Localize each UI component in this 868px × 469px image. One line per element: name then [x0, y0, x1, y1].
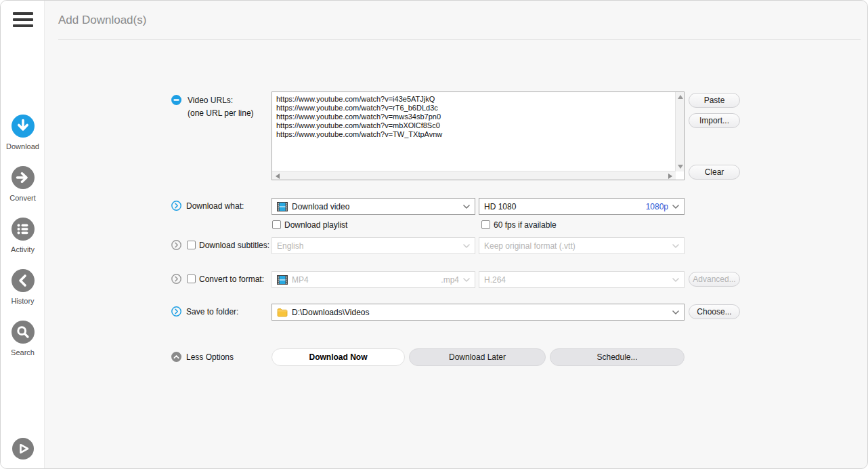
download-what-value: Download video: [292, 202, 459, 211]
subtitle-format-value: Keep original format (.vtt): [484, 241, 668, 251]
chevron-down-icon: [463, 241, 470, 251]
chevron-down-icon: [672, 241, 679, 251]
download-later-button[interactable]: Download Later: [409, 348, 546, 366]
collapse-options-icon[interactable]: [171, 352, 181, 365]
expand-subtitles-icon[interactable]: [171, 240, 181, 253]
chevron-down-icon: [672, 275, 679, 285]
subtitle-language-select: English: [272, 237, 475, 254]
quality-select[interactable]: HD 1080 1080p: [479, 198, 685, 215]
save-folder-select[interactable]: D:\Downloads\Videos: [272, 304, 685, 321]
sidebar-item-download[interactable]: Download: [1, 115, 45, 150]
chevron-down-icon: [463, 202, 470, 211]
subtitles-label: Download subtitles:: [199, 241, 269, 250]
sidebar-item-activity[interactable]: Activity: [1, 218, 45, 253]
subtitle-format-select: Keep original format (.vtt): [479, 237, 685, 254]
expand-save-folder-icon[interactable]: [171, 306, 181, 319]
sidebar-item-label: Search: [1, 348, 45, 356]
fps-label: 60 fps if available: [494, 220, 557, 230]
import-button[interactable]: Import...: [689, 113, 740, 128]
advanced-button: Advanced...: [689, 272, 740, 287]
list-icon: [12, 218, 35, 241]
scroll-left-icon[interactable]: [276, 174, 280, 179]
app-window: Download Convert Activity History: [0, 0, 868, 469]
paste-button[interactable]: Paste: [689, 93, 740, 108]
main-panel: Add Download(s) Video URLs: (one URL per…: [45, 1, 867, 468]
download-arrow-icon: [12, 115, 35, 138]
play-icon[interactable]: [12, 438, 34, 460]
sidebar-item-label: History: [1, 297, 45, 305]
convert-codec-value: H.264: [484, 275, 668, 285]
expand-download-what-icon[interactable]: [171, 201, 181, 213]
chevron-down-icon: [672, 202, 679, 211]
remove-urls-icon: [171, 95, 181, 108]
page-title: Add Download(s): [58, 14, 146, 27]
fps-checkbox[interactable]: [481, 220, 490, 229]
video-urls-label: Video URLs:: [188, 96, 233, 105]
horizontal-scrollbar[interactable]: [272, 171, 676, 180]
scroll-down-icon[interactable]: [678, 165, 683, 169]
convert-codec-select: H.264: [479, 271, 685, 288]
download-what-select[interactable]: Download video: [272, 198, 475, 215]
subtitle-language-value: English: [277, 241, 459, 251]
magnifier-icon: [12, 321, 35, 344]
sidebar: Download Convert Activity History: [1, 1, 45, 468]
clear-button[interactable]: Clear: [689, 165, 740, 180]
arrow-right-icon: [12, 166, 35, 189]
folder-icon: [277, 308, 288, 317]
header-divider: [58, 39, 861, 40]
scroll-right-icon[interactable]: [668, 174, 672, 179]
video-urls-sublabel: (one URL per line): [188, 108, 254, 118]
convert-checkbox[interactable]: [187, 274, 196, 283]
film-icon: [277, 201, 288, 212]
chevron-down-icon: [463, 275, 470, 285]
save-folder-path: D:\Downloads\Videos: [292, 308, 668, 317]
subtitles-checkbox[interactable]: [187, 241, 196, 249]
convert-format-ext: .mp4: [441, 275, 459, 285]
sidebar-item-label: Download: [1, 142, 45, 150]
chevron-left-icon: [12, 269, 35, 292]
download-playlist-label: Download playlist: [284, 220, 347, 230]
choose-button[interactable]: Choose...: [689, 304, 740, 319]
convert-label: Convert to format:: [199, 274, 264, 284]
sidebar-item-label: Activity: [1, 245, 45, 253]
expand-convert-icon[interactable]: [171, 274, 181, 287]
film-icon: [277, 274, 288, 285]
sidebar-item-search[interactable]: Search: [1, 321, 45, 356]
sidebar-item-label: Convert: [1, 194, 45, 202]
schedule-button[interactable]: Schedule...: [550, 348, 685, 366]
video-urls-box: https://www.youtube.com/watch?v=i43e5ATJ…: [272, 91, 685, 180]
less-options-label[interactable]: Less Options: [186, 352, 234, 362]
chevron-down-icon: [672, 308, 679, 317]
download-playlist-checkbox[interactable]: [272, 220, 281, 229]
vertical-scrollbar[interactable]: [675, 92, 684, 171]
convert-format-select: MP4 .mp4: [272, 271, 475, 288]
sidebar-item-convert[interactable]: Convert: [1, 166, 45, 202]
download-now-button[interactable]: Download Now: [272, 348, 405, 366]
download-what-label: Download what:: [186, 201, 244, 211]
quality-tag: 1080p: [646, 202, 668, 211]
menu-icon[interactable]: [13, 12, 33, 30]
scroll-up-icon[interactable]: [678, 95, 683, 99]
convert-format-value: MP4: [292, 275, 441, 285]
video-urls-input[interactable]: https://www.youtube.com/watch?v=i43e5ATJ…: [272, 92, 676, 171]
quality-value: HD 1080: [484, 202, 646, 211]
save-folder-label: Save to folder:: [186, 307, 238, 317]
sidebar-item-history[interactable]: History: [1, 269, 45, 305]
